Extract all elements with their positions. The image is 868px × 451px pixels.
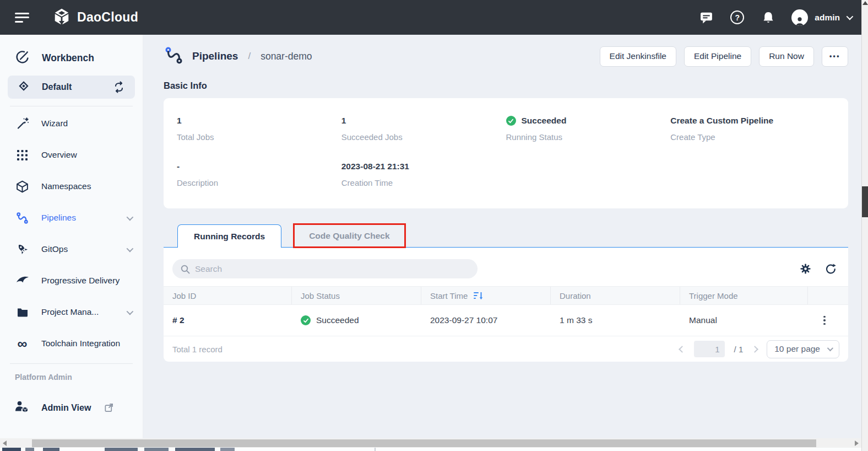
page-actions: Edit Jenkinsfile Edit Pipeline Run Now •… bbox=[600, 46, 848, 67]
column-settings-gear-icon[interactable] bbox=[799, 262, 812, 275]
column-header-job-id[interactable]: Job ID bbox=[164, 287, 292, 304]
sidebar-item-gitops[interactable]: GitOps bbox=[0, 238, 143, 261]
stat-value: - bbox=[177, 162, 341, 171]
records-toolbar bbox=[164, 248, 848, 286]
job-id-cell[interactable]: # 2 bbox=[164, 315, 292, 325]
stat-description: - Description bbox=[177, 162, 341, 187]
user-menu[interactable]: admin bbox=[791, 9, 851, 26]
breadcrumb-separator: / bbox=[248, 51, 251, 62]
stat-label: Running Status bbox=[506, 132, 671, 142]
sidebar-item-project-management[interactable]: Project Mana... bbox=[0, 300, 143, 324]
sidebar-item-progressive-delivery[interactable]: Progressive Delivery bbox=[0, 269, 143, 292]
switch-workspace-icon[interactable] bbox=[112, 80, 126, 94]
refresh-icon[interactable] bbox=[824, 262, 837, 275]
basic-info-title: Basic Info bbox=[164, 80, 848, 91]
row-actions-kebab-icon[interactable] bbox=[808, 316, 830, 325]
vertical-scrollbar-thumb[interactable] bbox=[862, 186, 868, 217]
clipped-content-strip bbox=[0, 448, 861, 451]
brand[interactable]: DaoCloud bbox=[52, 7, 138, 28]
run-now-button[interactable]: Run Now bbox=[759, 46, 814, 67]
total-records-text: Total 1 record bbox=[172, 345, 223, 354]
workspace-icon bbox=[17, 79, 30, 95]
clipped-text-fragment bbox=[175, 448, 215, 451]
status-badge: Succeeded bbox=[522, 116, 567, 126]
records-panel: Job ID Job Status Start Time bbox=[164, 248, 848, 362]
tab-running-records[interactable]: Running Records bbox=[177, 224, 281, 248]
search-icon bbox=[180, 264, 191, 275]
admin-user-icon bbox=[14, 399, 30, 416]
sidebar-item-workbench[interactable]: Workbench bbox=[15, 47, 143, 69]
page-header: Pipelines / sonar-demo Edit Jenkinsfile … bbox=[164, 44, 848, 69]
workspace-selector-default[interactable]: Default bbox=[8, 76, 135, 99]
sidebar-section-label: Platform Admin bbox=[15, 373, 143, 382]
sidebar-divider bbox=[10, 106, 133, 106]
column-header-job-status[interactable]: Job Status bbox=[292, 287, 421, 304]
column-header-actions bbox=[808, 287, 848, 304]
sidebar-item-label: Wizard bbox=[41, 119, 68, 128]
scroll-up-arrow-icon[interactable] bbox=[862, 1, 868, 5]
vertical-scrollbar[interactable] bbox=[861, 0, 868, 451]
more-actions-button[interactable]: ••• bbox=[822, 46, 848, 67]
sidebar-item-namespaces[interactable]: Namespaces bbox=[0, 175, 143, 198]
stat-creation-time: 2023-08-21 21:31 Creation Time bbox=[341, 162, 506, 187]
horizontal-scrollbar-thumb[interactable] bbox=[32, 439, 816, 447]
sidebar-item-pipelines[interactable]: Pipelines bbox=[0, 206, 143, 229]
chevron-down-icon bbox=[127, 308, 134, 315]
stat-label: Total Jobs bbox=[177, 132, 341, 142]
clipped-text-fragment bbox=[2, 448, 21, 451]
sidebar-item-label: Admin View bbox=[41, 403, 91, 413]
main-content: Pipelines / sonar-demo Edit Jenkinsfile … bbox=[143, 35, 861, 438]
page-size-select[interactable]: 10 per page bbox=[767, 340, 839, 358]
sidebar-item-label: Progressive Delivery bbox=[41, 276, 120, 286]
folder-icon bbox=[15, 305, 30, 319]
menu-toggle-icon[interactable] bbox=[15, 10, 29, 25]
workspace-label: Default bbox=[42, 82, 72, 92]
breadcrumb: Pipelines / sonar-demo bbox=[164, 45, 312, 68]
infinity-icon: ∞ bbox=[15, 338, 30, 349]
stat-create-type: Create a Custom Pipeline Create Type bbox=[670, 116, 835, 142]
notifications-bell-icon[interactable] bbox=[761, 10, 775, 25]
daocloud-logo-icon bbox=[52, 7, 71, 28]
tab-code-quality-check[interactable]: Code Quality Check bbox=[293, 223, 405, 248]
stat-value: 2023-08-21 21:31 bbox=[341, 162, 506, 171]
horizontal-scrollbar[interactable] bbox=[0, 438, 861, 448]
column-header-trigger-mode[interactable]: Trigger Mode bbox=[680, 287, 808, 304]
help-icon[interactable]: ? bbox=[730, 10, 745, 25]
chevron-down-icon bbox=[127, 245, 134, 252]
workbench-icon bbox=[15, 49, 30, 67]
namespaces-cube-icon bbox=[15, 180, 30, 194]
scroll-right-arrow-icon[interactable] bbox=[852, 438, 861, 448]
stat-total-jobs: 1 Total Jobs bbox=[177, 116, 341, 142]
prev-page-icon[interactable] bbox=[680, 347, 685, 352]
column-header-duration[interactable]: Duration bbox=[551, 287, 680, 304]
edit-jenkinsfile-button[interactable]: Edit Jenkinsfile bbox=[600, 46, 676, 67]
top-bar: DaoCloud ? bbox=[0, 0, 868, 35]
stat-value: 1 bbox=[177, 116, 341, 126]
sidebar-item-admin-view[interactable]: Admin View bbox=[0, 399, 143, 416]
breadcrumb-root[interactable]: Pipelines bbox=[192, 50, 238, 62]
table-footer: Total 1 record / 1 10 per page bbox=[164, 336, 848, 362]
overview-grid-icon bbox=[15, 149, 30, 162]
sidebar-item-overview[interactable]: Overview bbox=[0, 143, 143, 167]
job-status-cell: Succeeded bbox=[292, 315, 421, 325]
search-box[interactable] bbox=[172, 259, 478, 278]
next-page-icon[interactable] bbox=[752, 347, 757, 352]
clipped-text-fragment bbox=[43, 448, 59, 451]
stat-value: 1 bbox=[341, 116, 506, 126]
page-number-input[interactable] bbox=[694, 341, 725, 357]
table-row[interactable]: # 2 Succeeded 2023-09-27 10:07 1 m 33 s … bbox=[164, 305, 848, 336]
sort-descending-icon[interactable] bbox=[473, 291, 484, 301]
search-input[interactable] bbox=[195, 264, 470, 274]
sidebar-item-wizard[interactable]: Wizard bbox=[0, 112, 143, 135]
breadcrumb-current: sonar-demo bbox=[261, 51, 312, 62]
sidebar-item-label: Project Mana... bbox=[41, 307, 99, 317]
edit-pipeline-button[interactable]: Edit Pipeline bbox=[684, 46, 751, 67]
scroll-left-arrow-icon[interactable] bbox=[0, 438, 9, 448]
bird-icon bbox=[15, 273, 30, 288]
sidebar-item-label: Namespaces bbox=[41, 181, 91, 191]
stat-succeeded-jobs: 1 Succeeded Jobs bbox=[341, 116, 506, 142]
column-header-start-time[interactable]: Start Time bbox=[421, 287, 551, 304]
sidebar-item-toolchain-integration[interactable]: ∞ Toolchain Integration bbox=[0, 332, 143, 355]
pipelines-breadcrumb-icon bbox=[164, 45, 184, 68]
feedback-chat-icon[interactable] bbox=[699, 10, 714, 25]
